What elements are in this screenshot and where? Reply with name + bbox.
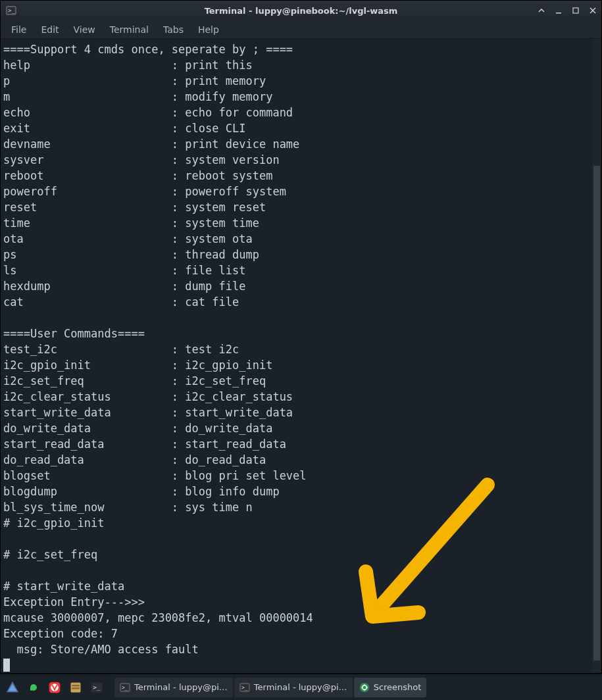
svg-rect-3 <box>573 8 578 13</box>
menu-help[interactable]: Help <box>191 22 226 38</box>
svg-rect-2 <box>556 12 561 14</box>
screenshot-icon <box>359 682 370 693</box>
terminal-scrollbar[interactable] <box>592 39 601 673</box>
window-title: Terminal - luppy@pinebook:~/lvgl-wasm <box>1 6 601 16</box>
file-manager-icon[interactable] <box>66 678 86 697</box>
task-terminal-2[interactable]: >_ Terminal - luppy@pi… <box>234 678 353 697</box>
terminal-icon: >_ <box>239 682 250 693</box>
terminal-window: >_ Terminal - luppy@pinebook:~/lvgl-wasm… <box>0 0 602 674</box>
window-titlebar[interactable]: >_ Terminal - luppy@pinebook:~/lvgl-wasm <box>1 1 601 20</box>
svg-text:>_: >_ <box>122 685 128 691</box>
task-screenshot[interactable]: Screenshot <box>354 678 427 697</box>
close-button[interactable] <box>584 1 601 20</box>
taskbar: >_ >_ Terminal - luppy@pi… >_ Terminal -… <box>0 674 602 700</box>
task-label: Terminal - luppy@pi… <box>134 682 228 692</box>
task-terminal-1[interactable]: >_ Terminal - luppy@pi… <box>114 678 233 697</box>
window-controls <box>533 1 601 20</box>
svg-rect-10 <box>72 684 80 686</box>
terminal-viewport[interactable]: ====Support 4 cmds once, seperate by ; =… <box>1 39 601 673</box>
minimize-button[interactable] <box>550 1 567 20</box>
menu-edit[interactable]: Edit <box>34 22 65 38</box>
terminal-app-icon: >_ <box>5 4 18 17</box>
svg-rect-11 <box>72 688 80 689</box>
task-label: Screenshot <box>374 682 422 692</box>
scrollbar-thumb[interactable] <box>593 166 600 661</box>
task-label: Terminal - luppy@pi… <box>254 682 347 692</box>
svg-text:>_: >_ <box>93 684 101 691</box>
menu-view[interactable]: View <box>67 22 102 38</box>
svg-text:>_: >_ <box>8 7 15 14</box>
terminal-icon: >_ <box>120 682 130 693</box>
menubar: File Edit View Terminal Tabs Help <box>1 20 601 39</box>
menu-tabs[interactable]: Tabs <box>157 22 190 38</box>
vivaldi-browser-icon[interactable] <box>45 678 64 697</box>
pine-menu-icon[interactable] <box>3 678 22 697</box>
terminal-cursor <box>3 659 10 672</box>
rollup-button[interactable] <box>533 1 550 20</box>
menu-file[interactable]: File <box>5 22 33 38</box>
terminal-output[interactable]: ====Support 4 cmds once, seperate by ; =… <box>1 39 592 673</box>
taskbar-terminal-icon[interactable]: >_ <box>87 678 107 697</box>
menu-terminal[interactable]: Terminal <box>103 22 155 38</box>
chat-app-icon[interactable] <box>24 678 43 697</box>
svg-text:>_: >_ <box>241 685 248 691</box>
maximize-button[interactable] <box>567 1 584 20</box>
